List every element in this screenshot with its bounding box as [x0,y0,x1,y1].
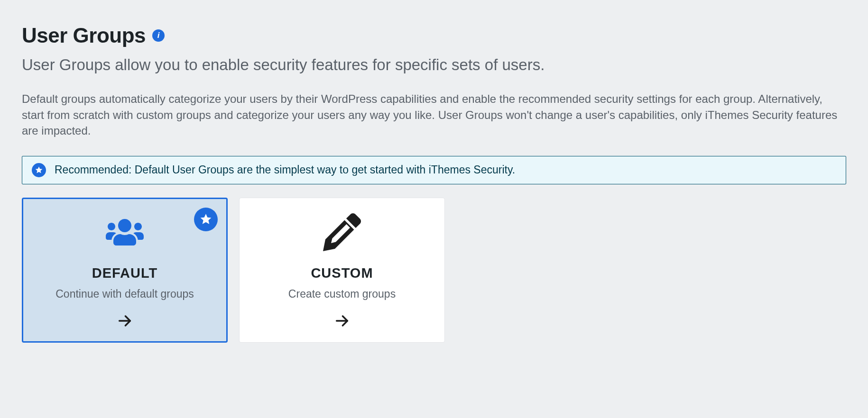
long-description: Default groups automatically categorize … [22,91,838,139]
option-cards: DEFAULT Continue with default groups CUS… [22,198,846,343]
default-card-title: DEFAULT [92,265,158,281]
page-header: User Groups i [22,24,846,47]
custom-card-title: CUSTOM [311,265,373,281]
default-card-subtitle: Continue with default groups [55,288,194,300]
default-groups-card[interactable]: DEFAULT Continue with default groups [22,198,228,343]
lead-description: User Groups allow you to enable security… [22,56,846,74]
pencil-icon [323,213,361,253]
custom-card-subtitle: Create custom groups [288,288,396,300]
recommended-star-icon [194,208,218,231]
arrow-right-icon [117,313,133,331]
users-group-icon [106,213,144,253]
banner-text: Recommended: Default User Groups are the… [55,164,515,176]
star-icon [32,163,46,177]
custom-groups-card[interactable]: CUSTOM Create custom groups [239,198,445,343]
page-title: User Groups [22,24,146,47]
recommendation-banner: Recommended: Default User Groups are the… [22,156,846,184]
info-icon[interactable]: i [152,29,165,42]
arrow-right-icon [334,313,350,331]
